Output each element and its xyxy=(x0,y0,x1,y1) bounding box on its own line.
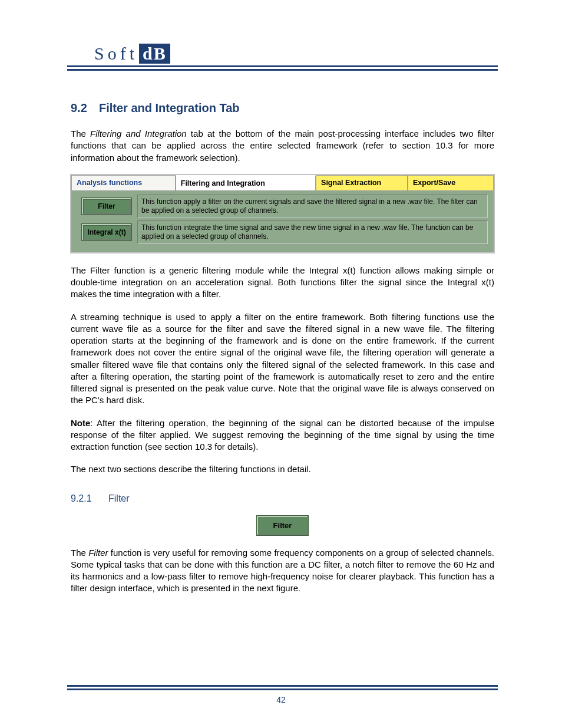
page-number: 42 xyxy=(0,695,562,704)
subsection-heading: 9.2.1Filter xyxy=(71,493,494,504)
filter-button[interactable]: Filter xyxy=(82,198,131,215)
subsection-title: Filter xyxy=(108,493,130,503)
footer-rule xyxy=(67,685,498,690)
integral-description: This function integrate the time signal … xyxy=(137,220,488,244)
tab-body: Filter This function apply a filter on t… xyxy=(71,191,494,252)
inline-button-figure: Filter xyxy=(71,516,494,535)
subsection-number: 9.2.1 xyxy=(71,493,108,504)
function-row-filter: Filter This function apply a filter on t… xyxy=(77,195,488,218)
filtering-tab-panel: Analysis functions Filtering and Integra… xyxy=(71,174,494,253)
section-heading: 9.2Filter and Integration Tab xyxy=(71,101,494,115)
note-label: Note xyxy=(71,418,90,428)
note-paragraph: Note: After the filtering operation, the… xyxy=(71,417,494,453)
integral-button[interactable]: Integral x(t) xyxy=(82,224,131,241)
section-title: Filter and Integration Tab xyxy=(99,101,240,114)
paragraph: A streaming technique is used to apply a… xyxy=(71,311,494,407)
brand-logo: SoftdB xyxy=(88,41,176,65)
paragraph: The next two sections describe the filte… xyxy=(71,463,494,475)
logo-text-db: dB xyxy=(139,44,170,64)
tab-signal-extraction[interactable]: Signal Extraction xyxy=(316,175,408,191)
tab-row: Analysis functions Filtering and Integra… xyxy=(71,175,494,191)
tab-filtering-integration[interactable]: Filtering and Integration xyxy=(176,175,316,191)
paragraph: The Filtering and Integration tab at the… xyxy=(71,128,494,164)
paragraph: The Filter function is a generic filteri… xyxy=(71,265,494,301)
paragraph: The Filter function is very useful for r… xyxy=(71,547,494,595)
tab-export-save[interactable]: Export/Save xyxy=(408,175,494,191)
header-rule: SoftdB xyxy=(67,41,498,71)
section-number: 9.2 xyxy=(71,101,99,115)
filter-inline-button[interactable]: Filter xyxy=(257,516,309,535)
tab-analysis-functions[interactable]: Analysis functions xyxy=(71,175,176,191)
function-row-integral: Integral x(t) This function integrate th… xyxy=(77,220,488,244)
filter-description: This function apply a filter on the curr… xyxy=(137,195,488,218)
logo-text-soft: Soft xyxy=(94,44,138,63)
